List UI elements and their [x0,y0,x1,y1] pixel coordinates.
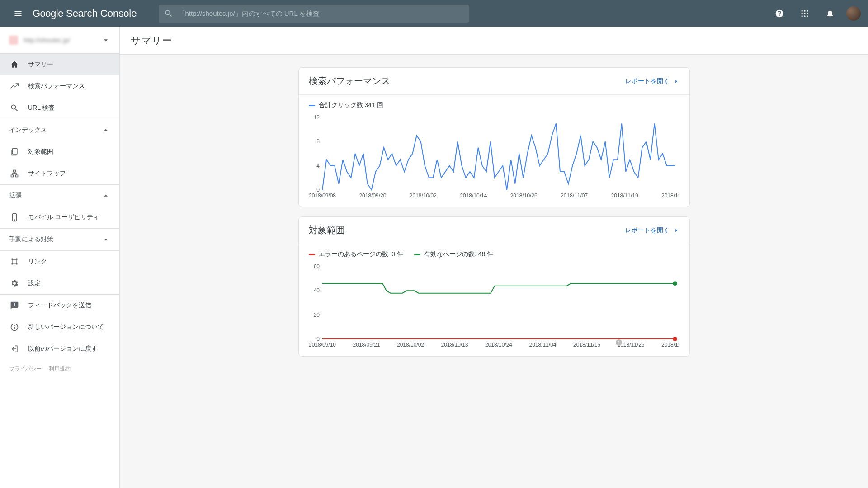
svg-text:1: 1 [618,340,620,345]
link-text: レポートを開く [625,77,670,85]
svg-text:40: 40 [313,287,320,294]
nav-old-version[interactable]: 以前のバージョンに戻す [0,338,119,360]
nav-performance[interactable]: 検索パフォーマンス [0,75,119,97]
chevron-down-icon [101,36,110,45]
nav-label: 設定 [28,279,41,287]
nav-label: URL 検査 [28,104,55,112]
svg-point-15 [11,258,13,260]
svg-point-3 [802,13,803,14]
search-box[interactable] [159,5,469,23]
nav-feedback[interactable]: フィードバックを送信 [0,295,119,316]
sidebar: http://shoutec.jp/ サマリー 検索パフォーマンス URL 検査… [0,27,120,488]
terms-link[interactable]: 利用規約 [49,365,71,373]
nav-sitemap[interactable]: サイトマップ [0,163,119,184]
svg-text:2018/11/04: 2018/11/04 [529,342,556,348]
search-icon [10,103,19,113]
product-logo[interactable]: Google Search Console [33,8,137,19]
link-text: レポートを開く [625,226,670,235]
nav-label: フィードバックを送信 [28,301,91,310]
help-button[interactable] [770,5,788,23]
chevron-down-icon [101,235,110,244]
svg-rect-12 [16,175,18,177]
gear-icon [10,279,19,288]
svg-text:2018/09/20: 2018/09/20 [359,192,386,199]
hamburger-menu[interactable] [7,3,29,24]
svg-text:2018/12/01: 2018/12/01 [661,192,679,199]
svg-point-4 [804,13,805,14]
nav-label: リンク [28,258,47,266]
menu-icon [14,9,23,18]
section-label: 拡張 [9,192,22,200]
header-actions [770,5,861,23]
app-header: Google Search Console [0,0,868,27]
url-inspect-input[interactable] [179,9,463,17]
svg-rect-9 [13,149,17,155]
card-header: 対象範囲 レポートを開く [299,217,689,244]
svg-text:2018/10/24: 2018/10/24 [485,342,512,348]
nav-links[interactable]: リンク [0,251,119,272]
privacy-link[interactable]: プライバシー [9,365,42,373]
notifications-button[interactable] [821,5,839,23]
sitemap-icon [10,169,19,178]
apps-button[interactable] [796,5,814,23]
property-selector[interactable]: http://shoutec.jp/ [0,27,119,54]
svg-text:2018/09/10: 2018/09/10 [309,342,336,348]
pages-icon [10,147,19,156]
page-title: サマリー [120,27,868,55]
nav-label: 検索パフォーマンス [28,82,85,90]
main-content: サマリー 検索パフォーマンス レポートを開く 合計クリック数 341 回 [120,27,868,488]
section-manual-actions[interactable]: 手動による対策 [0,229,119,250]
svg-point-45 [673,337,677,341]
nav-about-new-version[interactable]: 新しいバージョンについて [0,316,119,338]
section-label: インデックス [9,126,47,134]
chevron-up-icon [101,126,110,135]
nav-label: サイトマップ [28,169,66,178]
nav-summary[interactable]: サマリー [0,54,119,75]
svg-text:2018/11/07: 2018/11/07 [561,192,588,199]
section-index[interactable]: インデックス [0,119,119,141]
performance-chart: 048122018/09/082018/09/202018/10/022018/… [309,114,679,199]
nav-label: 新しいバージョンについて [28,323,104,331]
nav-settings[interactable]: 設定 [0,272,119,294]
svg-point-8 [807,15,808,17]
svg-text:2018/09/21: 2018/09/21 [353,342,380,348]
svg-text:12: 12 [313,114,320,121]
logo-google-text: Google [33,8,63,19]
legend-swatch-blue [309,105,315,106]
svg-text:2018/09/08: 2018/09/08 [309,192,336,199]
svg-rect-11 [11,175,14,177]
account-avatar[interactable] [846,6,861,21]
chevron-right-icon [673,227,679,234]
legend-text: 有効なページの数: 46 件 [424,250,493,258]
svg-point-46 [673,281,677,286]
svg-text:0: 0 [316,336,320,342]
card-header: 検索パフォーマンス レポートを開く [299,68,689,95]
open-report-link[interactable]: レポートを開く [625,77,679,85]
svg-point-18 [16,263,17,264]
svg-rect-10 [14,170,16,172]
card-title: 検索パフォーマンス [309,75,390,87]
links-icon [10,257,19,266]
search-icon [164,9,173,18]
svg-point-0 [802,10,803,11]
legend-text: 合計クリック数 341 回 [319,101,383,109]
legend-text: エラーのあるページの数: 0 件 [319,250,403,258]
nav-label: 以前のバージョンに戻す [28,345,98,353]
help-icon [775,9,784,18]
nav-mobile-usability[interactable]: モバイル ユーザビリティ [0,206,119,228]
coverage-chart: 02040602018/09/102018/09/212018/10/02201… [309,263,679,348]
open-report-link[interactable]: レポートを開く [625,226,679,235]
nav-label: モバイル ユーザビリティ [28,213,99,221]
nav-coverage[interactable]: 対象範囲 [0,141,119,163]
nav-label: サマリー [28,61,53,69]
sidebar-legal: プライバシー 利用規約 [0,360,119,378]
chart-legend: 合計クリック数 341 回 [309,101,679,109]
content-area: 検索パフォーマンス レポートを開く 合計クリック数 341 回 048 [120,55,868,488]
section-label: 手動による対策 [9,235,53,244]
svg-point-1 [804,10,805,11]
section-enhance[interactable]: 拡張 [0,185,119,206]
nav-url-inspect[interactable]: URL 検査 [0,97,119,119]
svg-point-6 [802,15,803,17]
svg-text:8: 8 [316,138,320,145]
nav-label: 対象範囲 [28,148,53,156]
